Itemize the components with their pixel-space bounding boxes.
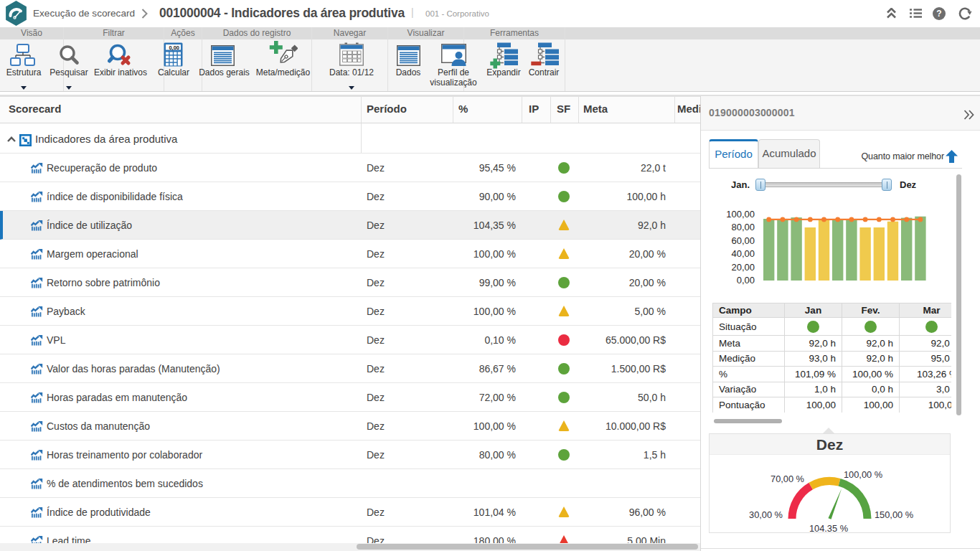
svg-text:80,00: 80,00 bbox=[731, 222, 755, 232]
svg-text:60,00: 60,00 bbox=[731, 235, 755, 246]
svg-text:?: ? bbox=[936, 9, 941, 19]
svg-text:30,00 %: 30,00 % bbox=[749, 509, 783, 520]
svg-text:70,00 %: 70,00 % bbox=[771, 474, 804, 484]
svg-text:40,00: 40,00 bbox=[731, 248, 755, 259]
svg-text:20,00: 20,00 bbox=[731, 262, 755, 273]
svg-text:0,00: 0,00 bbox=[169, 44, 179, 51]
svg-text:100,00 %: 100,00 % bbox=[844, 469, 882, 480]
svg-text:150,00 %: 150,00 % bbox=[875, 509, 913, 520]
svg-text:104.35 %: 104.35 % bbox=[809, 523, 848, 534]
svg-text:100,00: 100,00 bbox=[726, 209, 755, 220]
svg-text:0,00: 0,00 bbox=[737, 275, 755, 286]
